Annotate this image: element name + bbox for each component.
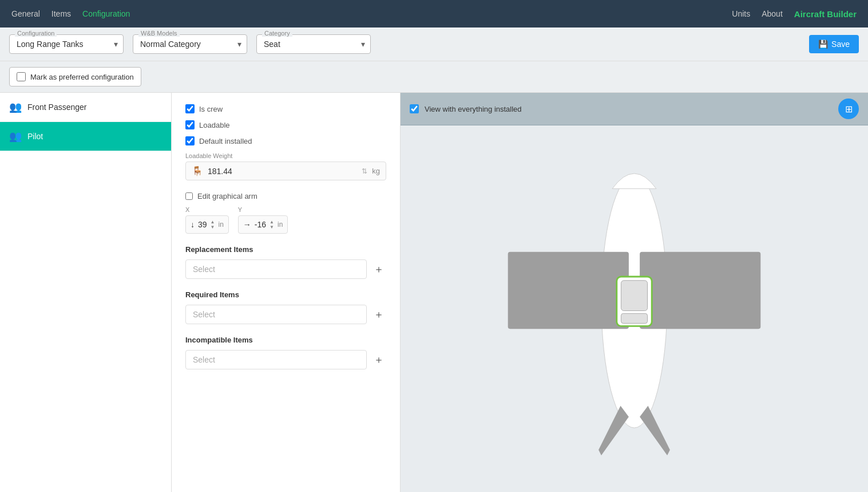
replacement-items-add-button[interactable]: ＋: [371, 260, 386, 278]
wb-models-label: W&B Models: [138, 30, 180, 37]
replacement-items-row: Select ＋: [185, 259, 386, 279]
save-label: Save: [831, 40, 850, 49]
sidebar-item-pilot-label: Pilot: [27, 132, 43, 141]
wb-models-dropdown[interactable]: W&B Models Normal Category Utility Categ…: [133, 34, 247, 54]
category-label: Category: [262, 30, 292, 37]
incompatible-items-row: Select ＋: [185, 350, 386, 369]
save-button[interactable]: 💾 Save: [809, 35, 859, 53]
wb-models-select[interactable]: Normal Category Utility Category: [133, 34, 247, 54]
nav-right: Units About Aircraft Builder: [732, 9, 857, 19]
arm-y-down-icon[interactable]: ▼: [269, 225, 274, 230]
nav-configuration[interactable]: Configuration: [82, 9, 130, 18]
arm-x-down-icon[interactable]: ▼: [211, 225, 215, 230]
aircraft-canvas: [401, 125, 868, 492]
incompatible-items-section: Incompatible Items Select ＋: [185, 336, 386, 369]
pilot-icon: 👥: [9, 130, 22, 143]
required-items-add-button[interactable]: ＋: [371, 305, 386, 324]
arm-x-unit: in: [219, 221, 224, 229]
nav-units[interactable]: Units: [732, 9, 750, 18]
front-passenger-icon: 👥: [9, 101, 22, 113]
is-crew-checkbox[interactable]: [185, 104, 195, 113]
category-select[interactable]: Seat Fuel Tank Baggage Other: [256, 34, 371, 54]
arm-y-arrow-icon: →: [243, 220, 251, 229]
main-layout: 👥 Front Passenger 👥 Pilot Is crew Loadab…: [0, 93, 868, 492]
sidebar-item-pilot[interactable]: 👥 Pilot: [0, 122, 171, 151]
required-items-title: Required Items: [185, 290, 386, 299]
arm-y-up-icon[interactable]: ▲: [269, 219, 274, 225]
default-installed-label: Default installed: [199, 137, 252, 145]
arm-section: Edit graphical arm X ↓ 39 ▲ ▼ in: [185, 192, 386, 234]
arm-x-up-icon[interactable]: ▲: [211, 219, 215, 225]
loadable-checkbox[interactable]: [185, 120, 195, 129]
default-installed-row: Default installed: [185, 136, 386, 145]
is-crew-row: Is crew: [185, 104, 386, 113]
preferred-config-text: Mark as preferred configuration: [30, 73, 134, 81]
replacement-items-title: Replacement Items: [185, 245, 386, 254]
sidebar-item-front-passenger[interactable]: 👥 Front Passenger: [0, 93, 171, 122]
weight-value: 181.44: [208, 167, 357, 176]
arm-y-field: Y → -16 ▲ ▼ in: [238, 206, 288, 234]
loadable-weight-label: Loadable Weight: [185, 152, 386, 159]
svg-rect-1: [508, 252, 629, 329]
nav-items[interactable]: Items: [51, 9, 71, 18]
aircraft-panel: View with everything installed ⊞: [401, 93, 868, 492]
category-dropdown[interactable]: Category Seat Fuel Tank Baggage Other ▾: [256, 34, 371, 54]
filter-bar: Configuration Long Range Tanks Standard …: [0, 27, 868, 61]
configuration-label: Configuration: [15, 30, 57, 37]
configuration-dropdown[interactable]: Configuration Long Range Tanks Standard …: [9, 34, 124, 54]
incompatible-items-title: Incompatible Items: [185, 336, 386, 344]
svg-rect-4: [621, 281, 647, 311]
view-everything-label: View with everything installed: [425, 105, 522, 113]
weight-spinners-icon[interactable]: ⇅: [362, 167, 367, 175]
grid-icon: ⊞: [845, 104, 853, 115]
incompatible-items-add-button[interactable]: ＋: [371, 351, 386, 369]
aircraft-panel-header: View with everything installed ⊞: [401, 93, 868, 125]
arm-x-arrow-icon: ↓: [191, 220, 195, 229]
weight-row: 🪑 181.44 ⇅ kg: [185, 162, 386, 180]
required-items-section: Required Items Select ＋: [185, 290, 386, 324]
preferred-config-checkbox[interactable]: [17, 72, 26, 81]
loadable-row: Loadable: [185, 120, 386, 129]
default-installed-checkbox[interactable]: [185, 136, 195, 145]
app-title: Aircraft Builder: [794, 9, 857, 19]
arm-fields: X ↓ 39 ▲ ▼ in Y →: [185, 206, 386, 234]
preferred-bar: Mark as preferred configuration: [0, 61, 868, 93]
arm-x-field: X ↓ 39 ▲ ▼ in: [185, 206, 229, 234]
save-icon: 💾: [818, 40, 828, 49]
replacement-items-section: Replacement Items Select ＋: [185, 245, 386, 279]
loadable-weight-group: Loadable Weight 🪑 181.44 ⇅ kg: [185, 152, 386, 180]
svg-rect-2: [640, 252, 760, 329]
is-crew-label: Is crew: [199, 105, 223, 113]
replacement-items-select[interactable]: Select: [185, 259, 367, 279]
preferred-config-label[interactable]: Mark as preferred configuration: [9, 67, 141, 86]
nav-left: General Items Configuration: [11, 9, 130, 18]
aircraft-svg: [401, 125, 868, 492]
required-items-row: Select ＋: [185, 305, 386, 324]
view-everything-checkbox[interactable]: [410, 104, 419, 113]
arm-y-value: -16: [255, 220, 266, 229]
weight-icon: 🪑: [192, 166, 203, 176]
nav-general[interactable]: General: [11, 9, 40, 18]
required-items-select[interactable]: Select: [185, 305, 367, 324]
arm-y-spinners[interactable]: ▲ ▼: [269, 219, 274, 230]
edit-graphical-arm-checkbox[interactable]: [185, 192, 193, 200]
arm-x-label: X: [185, 206, 229, 213]
weight-unit: kg: [372, 167, 380, 175]
grid-view-button[interactable]: ⊞: [838, 99, 859, 119]
configuration-select[interactable]: Long Range Tanks Standard Ferry: [9, 34, 124, 54]
arm-x-input[interactable]: ↓ 39 ▲ ▼ in: [185, 215, 229, 234]
incompatible-items-select[interactable]: Select: [185, 350, 367, 369]
edit-graphical-arm-row: Edit graphical arm: [185, 192, 386, 200]
svg-rect-5: [621, 313, 647, 323]
arm-x-spinners[interactable]: ▲ ▼: [211, 219, 215, 230]
sidebar: 👥 Front Passenger 👥 Pilot: [0, 93, 172, 492]
loadable-label: Loadable: [199, 121, 230, 129]
content-panel: Is crew Loadable Default installed Loada…: [172, 93, 401, 492]
top-nav: General Items Configuration Units About …: [0, 0, 868, 27]
arm-y-unit: in: [278, 221, 283, 229]
edit-graphical-arm-label: Edit graphical arm: [197, 192, 257, 200]
arm-x-value: 39: [198, 220, 207, 229]
nav-about[interactable]: About: [762, 9, 783, 18]
arm-y-input[interactable]: → -16 ▲ ▼ in: [238, 215, 288, 234]
sidebar-item-front-passenger-label: Front Passenger: [27, 103, 87, 112]
